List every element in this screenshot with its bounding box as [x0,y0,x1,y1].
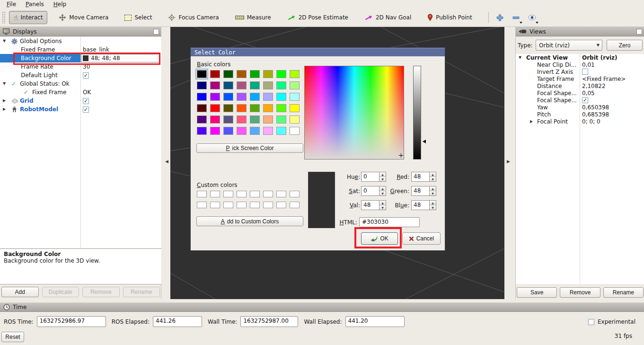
custom-color-swatch[interactable] [197,202,207,208]
expander-open-icon[interactable]: ▼ [519,56,521,60]
basic-color-swatch[interactable] [210,104,220,112]
tool-publish-point[interactable]: Publish Point [423,11,476,24]
basic-color-swatch[interactable] [263,127,273,135]
custom-color-swatch[interactable] [290,191,300,197]
basic-color-swatch[interactable] [210,93,220,101]
green-spin-down[interactable]: ▼ [430,191,436,195]
red-spin-down[interactable]: ▼ [430,177,436,181]
custom-color-swatch[interactable] [276,202,286,208]
menu-item-help[interactable]: Help [50,0,70,8]
basic-color-swatch[interactable] [197,81,207,89]
basic-color-swatch[interactable] [210,115,220,124]
basic-color-swatch[interactable] [276,93,286,101]
checkbox[interactable] [582,69,588,75]
views-float-button[interactable] [636,29,642,35]
custom-color-swatch[interactable] [263,202,273,208]
basic-color-swatch[interactable] [276,70,286,78]
basic-color-swatch[interactable] [223,115,233,124]
blue-input[interactable]: 48 [411,200,429,210]
sat-input[interactable]: 0 [361,186,379,196]
pick-screen-color-button[interactable]: Pick Screen Color [196,143,303,153]
basic-color-swatch[interactable] [210,81,220,89]
basic-color-swatch[interactable] [223,81,233,89]
red-input[interactable]: 48 [411,172,429,182]
basic-color-swatch[interactable] [290,70,300,78]
checkbox[interactable]: ✓ [83,72,89,79]
basic-color-swatch[interactable] [197,127,207,135]
hue-input[interactable]: 0 [361,172,379,182]
basic-color-swatch[interactable] [237,93,247,101]
expander-closed-icon[interactable]: ▶ [3,99,6,103]
cancel-button[interactable]: Cancel [402,232,441,245]
basic-color-swatch[interactable] [276,115,286,124]
green-input[interactable]: 48 [411,186,429,196]
basic-color-swatch[interactable] [237,104,247,112]
custom-color-swatch[interactable] [223,202,233,208]
basic-color-swatch[interactable] [250,70,260,78]
custom-color-swatch[interactable] [290,202,300,208]
basic-color-swatch[interactable] [210,127,220,135]
basic-color-swatch[interactable] [197,70,207,78]
custom-color-swatch[interactable] [237,191,247,197]
basic-color-swatch[interactable] [197,104,207,112]
tool-select[interactable]: Select [120,11,157,24]
dropdown-caret-icon[interactable] [520,22,522,24]
custom-color-swatch[interactable] [250,191,260,197]
time-field-input[interactable]: 441.26 [153,316,202,327]
right-splitter-collapse-arrow[interactable]: ▶ [507,159,510,164]
menu-item-file[interactable]: File [3,0,20,8]
basic-color-swatch[interactable] [263,70,273,78]
dropdown-caret-icon[interactable] [536,22,538,24]
custom-color-swatch[interactable] [197,191,207,197]
time-field-input[interactable]: 441.20 [345,316,405,327]
basic-color-swatch[interactable] [197,115,207,124]
green-spin-up[interactable]: ▲ [430,186,436,191]
html-input[interactable]: #303030 [359,217,420,227]
views-save-button[interactable]: Save [517,287,557,298]
basic-color-swatch[interactable] [223,127,233,135]
red-spin-up[interactable]: ▲ [430,172,436,177]
basic-color-swatch[interactable] [237,70,247,78]
checkbox[interactable]: ✓ [582,97,588,103]
custom-color-swatch[interactable] [237,202,247,208]
zoom-out-button[interactable] [510,11,523,24]
tool-move-camera[interactable]: Move Camera [54,11,113,24]
basic-color-swatch[interactable] [237,127,247,135]
tool-measure[interactable]: Measure [230,11,276,24]
views-column-divider[interactable] [580,54,580,284]
experimental-checkbox[interactable] [588,319,594,325]
value-slider-arrow[interactable] [423,140,426,143]
reset-button[interactable]: Reset [1,332,24,342]
basic-color-swatch[interactable] [290,93,300,101]
eye-button[interactable] [526,11,539,24]
tool-2d-nav-goal[interactable]: 2D Nav Goal [360,11,416,24]
time-field-input[interactable]: 1632752986.97 [37,316,106,327]
displays-column-divider[interactable] [80,37,81,248]
basic-color-swatch[interactable] [263,93,273,101]
val-input[interactable]: 48 [361,200,379,210]
displays-float-button[interactable] [153,29,159,35]
custom-color-swatch[interactable] [210,191,220,197]
value-slider[interactable] [413,66,421,159]
basic-color-swatch[interactable] [223,104,233,112]
blue-spin-down[interactable]: ▼ [430,205,436,210]
custom-color-swatch[interactable] [250,202,260,208]
ok-button[interactable]: OK [361,232,398,245]
displays-add-button[interactable]: Add [1,287,39,297]
views-rename-button[interactable]: Rename [603,287,644,298]
basic-color-swatch[interactable] [210,70,220,78]
basic-color-swatch[interactable] [250,115,260,124]
basic-color-swatch[interactable] [290,127,300,135]
basic-color-swatch[interactable] [290,104,300,112]
basic-color-swatch[interactable] [290,115,300,124]
basic-color-swatch[interactable] [250,127,260,135]
basic-color-swatch[interactable] [263,115,273,124]
left-splitter-collapse-arrow[interactable]: ◀ [165,159,168,164]
checkbox[interactable]: ✓ [83,106,89,113]
expander-open-icon[interactable]: ▼ [3,82,6,86]
basic-color-swatch[interactable] [276,127,286,135]
basic-color-swatch[interactable] [263,81,273,89]
basic-color-swatch[interactable] [237,115,247,124]
custom-color-swatch[interactable] [276,191,286,197]
custom-color-swatch[interactable] [263,191,273,197]
